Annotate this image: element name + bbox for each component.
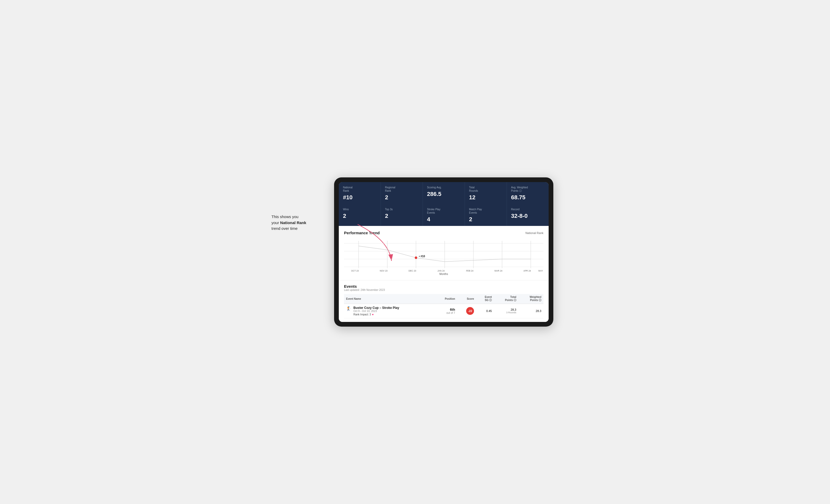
col-position: Position (434, 294, 457, 304)
svg-point-12 (415, 257, 417, 259)
stat-stroke-play-events: Stroke PlayEvents 4 (423, 204, 465, 226)
page-wrapper: This shows you your National Rank trend … (272, 167, 558, 337)
events-section: Events Last updated: 24th November 2023 … (339, 280, 549, 322)
stat-total-rounds: TotalRounds 12 (465, 182, 507, 204)
col-weighted-points: WeightedPoints ⓘ (518, 294, 543, 304)
svg-text:FEB 24: FEB 24 (466, 269, 474, 272)
event-score: -22 (457, 304, 476, 318)
event-name: Buster Cozy Cup – Stroke Play (353, 306, 399, 310)
performance-section: Performance Trend National Rank (339, 226, 549, 280)
col-total-points: TotalPoints ⓘ (494, 294, 518, 304)
svg-text:JAN 24: JAN 24 (438, 269, 445, 272)
events-last-updated: Last updated: 24th November 2023 (344, 289, 543, 292)
stat-national-rank: NationalRank #10 (339, 182, 381, 204)
performance-chart: • #10 OCT 23 NOV 23 DEC 23 JAN 24 FEB 24… (344, 238, 543, 272)
golf-icon: 🏌 (346, 306, 351, 311)
chart-svg: • #10 OCT 23 NOV 23 DEC 23 JAN 24 FEB 24… (344, 238, 543, 272)
performance-header: Performance Trend National Rank (344, 231, 543, 235)
svg-text:NOV 23: NOV 23 (380, 269, 388, 272)
event-sg: 0.45 (476, 304, 494, 318)
event-weighted-points: 28.3 (518, 304, 543, 318)
score-badge: -22 (466, 307, 474, 315)
col-score: Score (457, 294, 476, 304)
svg-text:MAY 24: MAY 24 (539, 269, 543, 272)
event-name-cell: 🏌 Buster Cozy Cup – Stroke Play Oct 9 - … (344, 304, 434, 318)
svg-text:• #10: • #10 (419, 255, 425, 258)
stat-record: Record 32-8-0 (507, 204, 549, 226)
stats-row-2: Wins 2 Top 3s 2 Stroke PlayEvents 4 Matc… (339, 204, 549, 226)
tablet-device: NationalRank #10 RegionalRank 2 Scoring … (334, 177, 553, 327)
svg-text:MAR 24: MAR 24 (494, 269, 503, 272)
stat-scoring-avg: Scoring Avg. 286.5 (423, 182, 465, 204)
tablet-screen: NationalRank #10 RegionalRank 2 Scoring … (339, 182, 549, 322)
svg-text:APR 24: APR 24 (523, 269, 531, 272)
stat-regional-rank: RegionalRank 2 (381, 182, 422, 204)
svg-text:OCT 23: OCT 23 (351, 269, 359, 272)
performance-title: Performance Trend (344, 231, 380, 235)
stats-row-1: NationalRank #10 RegionalRank 2 Scoring … (339, 182, 549, 204)
event-position: 6th out of 7 (434, 304, 457, 318)
event-total-points: 28.3 3 Rounds (494, 304, 518, 318)
table-row[interactable]: 🏌 Buster Cozy Cup – Stroke Play Oct 9 - … (344, 304, 543, 318)
rank-impact: Rank Impact: 3 ▼ (353, 313, 399, 316)
events-table-header: Event Name Position Score EventSG ⓘ Tota… (344, 294, 543, 304)
performance-rank-label: National Rank (525, 231, 543, 235)
stat-match-play-events: Match PlayEvents 2 (465, 204, 507, 226)
col-event-sg: EventSG ⓘ (476, 294, 494, 304)
annotation: This shows you your National Rank trend … (272, 214, 306, 232)
stat-avg-weighted-points: Avg. WeightedPoints ⓘ 68.75 (507, 182, 549, 204)
stat-top3s: Top 3s 2 (381, 204, 422, 226)
col-event-name: Event Name (344, 294, 434, 304)
event-date: Oct 9 - Oct 10, 2023 (353, 310, 399, 312)
svg-text:DEC 23: DEC 23 (409, 269, 416, 272)
events-title: Events (344, 284, 543, 289)
stat-wins: Wins 2 (339, 204, 381, 226)
rank-impact-arrow: ▼ (372, 313, 374, 316)
events-table: Event Name Position Score EventSG ⓘ Tota… (344, 294, 543, 318)
months-label: Months (344, 273, 543, 275)
